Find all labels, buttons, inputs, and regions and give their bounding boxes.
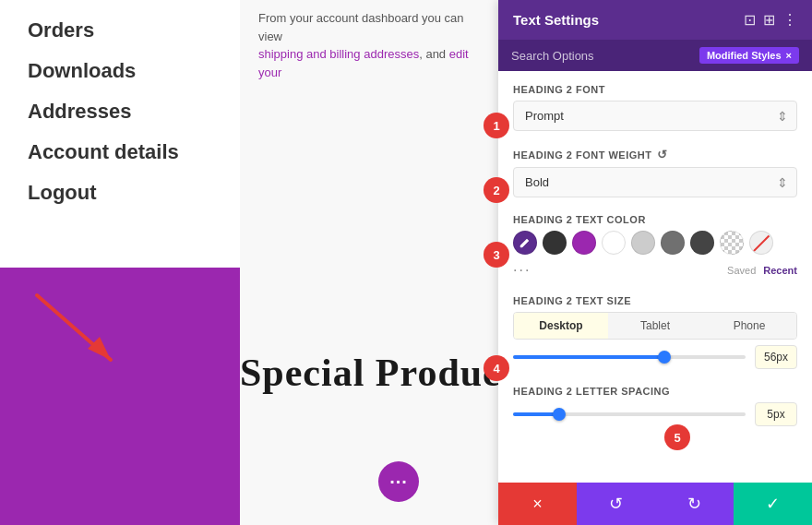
color-swatch-none[interactable] xyxy=(749,231,773,255)
panel-footer: × ↺ ↻ ✓ xyxy=(498,483,812,525)
sidebar-item-logout[interactable]: Logout xyxy=(28,181,212,205)
heading2-text-size-group: Heading 2 Text Size Desktop Tablet Phone… xyxy=(513,295,797,369)
heading2-font-select[interactable]: Prompt xyxy=(513,101,797,131)
pencil-icon xyxy=(519,237,531,248)
size-tabs: Desktop Tablet Phone xyxy=(513,312,797,340)
size-tab-tablet[interactable]: Tablet xyxy=(608,313,702,339)
text-size-input[interactable]: 56px xyxy=(755,345,797,369)
sidebar-item-downloads[interactable]: Downloads xyxy=(28,59,212,83)
redo-button[interactable]: ↻ xyxy=(655,483,734,525)
undo-button[interactable]: ↺ xyxy=(577,483,655,525)
modified-styles-close-icon[interactable]: × xyxy=(786,50,792,61)
heading2-text-color-label: Heading 2 Text Color xyxy=(513,214,797,225)
heading2-text-size-label: Heading 2 Text Size xyxy=(513,295,797,306)
more-colors-icon[interactable]: ··· xyxy=(513,262,531,279)
color-swatch-row xyxy=(513,231,797,255)
heading2-letter-spacing-group: Heading 2 Letter Spacing 5px xyxy=(513,386,797,426)
text-settings-panel: Text Settings ⊡ ⊞ ⋮ Search Options Modif… xyxy=(498,0,812,525)
heading2-font-label: Heading 2 Font xyxy=(513,84,797,95)
color-edit-swatch[interactable] xyxy=(513,231,537,255)
shipping-billing-link[interactable]: shipping and billing addresses xyxy=(258,47,419,61)
purple-bg-area xyxy=(0,268,240,525)
cancel-button[interactable]: × xyxy=(498,483,577,525)
saved-label: Saved xyxy=(727,265,756,276)
panel-body: Heading 2 Font Prompt ⇕ Heading 2 Font W… xyxy=(498,71,812,483)
heading2-font-weight-select-wrapper: Bold ⇕ xyxy=(513,167,797,197)
color-swatch-darkgray[interactable] xyxy=(690,231,714,255)
special-heading: Special Product Of xyxy=(240,351,498,395)
step-badge-3: 3 xyxy=(484,242,509,268)
content-area: From your account dashboard you can view… xyxy=(240,0,498,525)
panel-header: Text Settings ⊡ ⊞ ⋮ xyxy=(498,0,812,40)
step-badge-2: 2 xyxy=(484,177,509,203)
step-badge-5: 5 xyxy=(664,424,690,450)
sidebar-item-orders[interactable]: Orders xyxy=(28,18,212,42)
sidebar: Orders Downloads Addresses Account detai… xyxy=(0,0,240,268)
heading2-font-select-wrapper: Prompt ⇕ xyxy=(513,101,797,131)
color-swatch-lightgray[interactable] xyxy=(631,231,655,255)
text-size-slider-thumb[interactable] xyxy=(658,351,671,364)
search-options-label: Search Options xyxy=(511,49,594,63)
sidebar-item-addresses[interactable]: Addresses xyxy=(28,100,212,124)
color-bottom-row: ··· Saved Recent xyxy=(513,262,797,279)
text-size-slider-fill xyxy=(513,355,664,359)
color-swatch-white[interactable] xyxy=(602,231,626,255)
panel-title: Text Settings xyxy=(513,12,599,28)
heading2-font-weight-group: Heading 2 Font Weight ↺ Bold ⇕ xyxy=(513,148,797,197)
arrow-icon xyxy=(28,286,138,369)
panel-header-icons: ⊡ ⊞ ⋮ xyxy=(744,11,797,29)
color-saved-recent: Saved Recent xyxy=(727,265,797,276)
panel-search-bar: Search Options Modified Styles × xyxy=(498,40,812,71)
sidebar-item-account-details[interactable]: Account details xyxy=(28,140,212,164)
step-badge-4: 4 xyxy=(484,355,509,381)
color-swatch-purple[interactable] xyxy=(572,231,596,255)
modified-styles-label: Modified Styles xyxy=(707,50,782,61)
floating-dots-button[interactable]: ··· xyxy=(378,461,419,502)
text-size-slider-row: 56px xyxy=(513,345,797,369)
responsive-icon[interactable]: ⊡ xyxy=(744,11,756,29)
font-weight-reset-icon[interactable]: ↺ xyxy=(657,148,668,161)
more-options-icon[interactable]: ⋮ xyxy=(782,11,797,29)
color-swatch-checkered[interactable] xyxy=(720,231,744,255)
confirm-button[interactable]: ✓ xyxy=(734,483,812,525)
heading2-font-weight-label: Heading 2 Font Weight ↺ xyxy=(513,148,797,161)
modified-styles-badge[interactable]: Modified Styles × xyxy=(699,47,799,64)
content-text: From your account dashboard you can view… xyxy=(240,0,498,90)
size-tab-desktop[interactable]: Desktop xyxy=(514,313,608,339)
grid-icon[interactable]: ⊞ xyxy=(763,11,775,29)
step-badge-1: 1 xyxy=(484,113,509,138)
recent-label[interactable]: Recent xyxy=(763,265,797,276)
letter-spacing-slider-track[interactable] xyxy=(513,412,746,416)
heading2-text-color-group: Heading 2 Text Color ··· xyxy=(513,214,797,279)
heading2-font-weight-select[interactable]: Bold xyxy=(513,167,797,197)
heading2-font-group: Heading 2 Font Prompt ⇕ xyxy=(513,84,797,131)
color-swatch-gray[interactable] xyxy=(661,231,685,255)
size-tab-phone[interactable]: Phone xyxy=(702,313,796,339)
letter-spacing-input[interactable]: 5px xyxy=(755,402,797,426)
letter-spacing-slider-thumb[interactable] xyxy=(553,408,566,421)
letter-spacing-slider-row: 5px xyxy=(513,402,797,426)
heading2-letter-spacing-label: Heading 2 Letter Spacing xyxy=(513,386,797,397)
text-size-slider-track[interactable] xyxy=(513,355,746,359)
color-swatch-dark[interactable] xyxy=(543,231,567,255)
